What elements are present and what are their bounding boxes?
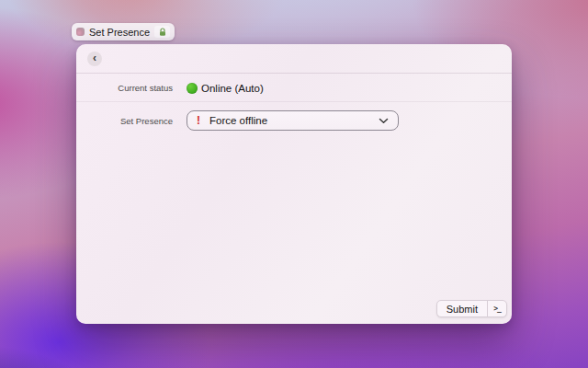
warning-exclamation-icon: ! [197, 115, 200, 126]
window-header: ‹ [76, 44, 512, 74]
set-presence-select[interactable]: ! Force offline [187, 110, 399, 131]
set-presence-label: Set Presence [76, 116, 173, 126]
current-status-label: Current status [76, 83, 173, 93]
back-button[interactable]: ‹ [87, 52, 102, 66]
chevron-down-icon [379, 118, 389, 124]
lock-badge [154, 26, 170, 38]
tab-title: Set Presence [89, 27, 150, 38]
submit-split-button: Submit >_ [436, 300, 507, 317]
app-icon [76, 28, 85, 36]
back-chevron-icon: ‹ [93, 52, 96, 63]
online-status-dot-icon [187, 83, 198, 94]
current-status-value: Online (Auto) [201, 83, 264, 94]
submit-button[interactable]: Submit [437, 301, 487, 316]
set-presence-row: Set Presence ! Force offline [76, 110, 512, 131]
floating-tab-set-presence[interactable]: Set Presence [72, 23, 175, 40]
terminal-button[interactable]: >_ [487, 301, 506, 316]
terminal-prompt-icon: >_ [493, 305, 501, 313]
current-status-row: Current status Online (Auto) [76, 75, 512, 102]
set-presence-window: ‹ Current status Online (Auto) Set Prese… [76, 44, 512, 324]
lock-icon [158, 28, 167, 37]
selected-option-label: Force offline [209, 115, 267, 126]
